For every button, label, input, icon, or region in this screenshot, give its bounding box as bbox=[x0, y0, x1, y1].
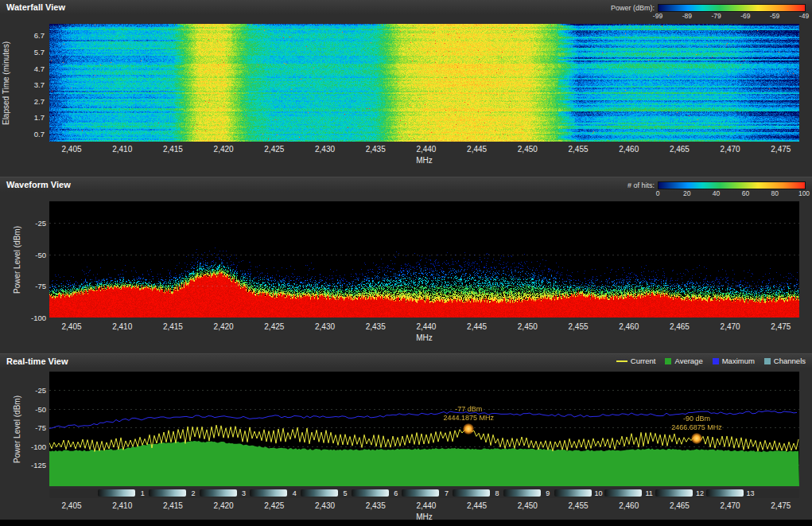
channel-strip-11[interactable] bbox=[604, 489, 642, 497]
waterfall-y-axis-label: Elapsed Time (minutes) bbox=[2, 41, 11, 124]
waterfall-y-ticks: 6.75.74.73.72.71.70.7 bbox=[22, 24, 45, 142]
x-tick-label: 2,440 bbox=[416, 501, 436, 510]
hits-colorbar bbox=[658, 181, 806, 189]
channel-number-11[interactable]: 11 bbox=[646, 489, 653, 497]
channel-strip-4[interactable] bbox=[250, 489, 287, 497]
hits-colorbar-label: # of hits: bbox=[627, 181, 655, 189]
channel-strip-7[interactable] bbox=[402, 489, 439, 497]
current-swatch bbox=[616, 360, 627, 362]
x-tick-label: 2,465 bbox=[670, 322, 690, 331]
x-tick-label: 2,465 bbox=[670, 145, 690, 154]
marker-annotation: -77 dBm 2444.1875 MHz bbox=[425, 405, 512, 423]
wifi-channel-bar: 12345678910111213 bbox=[49, 489, 799, 498]
y-tick-label: 4.7 bbox=[34, 64, 45, 72]
x-tick-label: 2,435 bbox=[366, 145, 386, 154]
colorbar-tick-label: 80 bbox=[771, 189, 778, 197]
x-tick-label: 2,475 bbox=[771, 322, 791, 331]
y-tick-label: -75 bbox=[35, 423, 46, 432]
realtime-y-ticks: -25-50-75-100-125 bbox=[24, 372, 46, 486]
x-tick-label: 2,405 bbox=[62, 322, 82, 331]
realtime-legend: CurrentAverageMaximumChannels bbox=[616, 357, 806, 365]
channel-strip-3[interactable] bbox=[200, 489, 237, 497]
x-tick-label: 2,410 bbox=[112, 501, 132, 510]
waveform-x-axis-label: MHz bbox=[49, 333, 799, 342]
channel-number-10[interactable]: 10 bbox=[594, 489, 602, 497]
realtime-y-axis: Power Level (dBm) bbox=[11, 372, 24, 486]
waveform-density-plot[interactable] bbox=[49, 201, 799, 318]
annotation-power: -90 dBm bbox=[653, 415, 740, 423]
channel-strip-5[interactable] bbox=[301, 489, 338, 497]
legend-item-channels[interactable]: Channels bbox=[764, 357, 806, 365]
y-tick-label: -100 bbox=[31, 314, 46, 322]
x-tick-label: 2,430 bbox=[315, 145, 335, 154]
x-tick-label: 2,465 bbox=[670, 501, 690, 510]
channel-strip-8[interactable] bbox=[453, 489, 490, 497]
peak-marker-dot bbox=[691, 433, 702, 444]
colorbar-tick-label: 40 bbox=[713, 189, 720, 197]
channels-swatch bbox=[764, 358, 771, 364]
colorbar-tick-label: 100 bbox=[798, 189, 810, 197]
channel-number-1[interactable]: 1 bbox=[141, 489, 145, 497]
channel-strip-6[interactable] bbox=[352, 489, 389, 497]
realtime-title: Real-time View bbox=[6, 357, 68, 366]
colorbar-tick-label: 60 bbox=[742, 189, 749, 197]
channel-strip-9[interactable] bbox=[503, 489, 541, 497]
power-colorbar-label: Power (dBm): bbox=[611, 4, 655, 12]
y-tick-label: -25 bbox=[35, 218, 46, 227]
realtime-x-ticks: 2,4052,4102,4152,4202,4252,4302,4352,440… bbox=[49, 501, 799, 511]
channel-number-13[interactable]: 13 bbox=[747, 489, 755, 497]
legend-item-average[interactable]: Average bbox=[665, 357, 702, 365]
channel-number-12[interactable]: 12 bbox=[696, 489, 704, 497]
colorbar-tick-label: -99 bbox=[653, 12, 662, 20]
channel-number-9[interactable]: 9 bbox=[546, 489, 550, 497]
channel-strip-10[interactable] bbox=[554, 489, 592, 497]
annotation-frequency: 2466.6875 MHz bbox=[653, 423, 740, 432]
y-tick-label: 0.7 bbox=[34, 129, 45, 138]
x-tick-label: 2,440 bbox=[416, 145, 436, 154]
x-tick-label: 2,475 bbox=[771, 501, 791, 510]
colorbar-tick-label: -79 bbox=[711, 12, 721, 20]
legend-item-current[interactable]: Current bbox=[616, 357, 656, 365]
x-tick-label: 2,420 bbox=[214, 145, 234, 154]
legend-item-maximum[interactable]: Maximum bbox=[713, 357, 755, 365]
x-tick-label: 2,405 bbox=[62, 145, 82, 154]
waveform-y-axis: Power Level (dBm) bbox=[11, 201, 24, 318]
x-tick-label: 2,460 bbox=[619, 145, 639, 154]
y-tick-label: -25 bbox=[35, 386, 46, 395]
channel-number-3[interactable]: 3 bbox=[242, 489, 246, 497]
x-tick-label: 2,430 bbox=[315, 501, 335, 510]
y-tick-label: 1.7 bbox=[34, 113, 45, 122]
y-tick-label: -75 bbox=[35, 282, 46, 290]
waveform-title: Waveform View bbox=[6, 180, 71, 189]
channel-strip-2[interactable] bbox=[149, 489, 186, 497]
channel-strip-13[interactable] bbox=[706, 489, 744, 497]
colorbar-tick-label: -59 bbox=[770, 12, 779, 20]
legend-label: Current bbox=[631, 357, 656, 365]
x-tick-label: 2,420 bbox=[214, 322, 234, 331]
x-tick-label: 2,445 bbox=[467, 501, 487, 510]
waterfall-x-ticks: 2,4052,4102,4152,4202,4252,4302,4352,440… bbox=[49, 145, 799, 154]
channel-strip-1[interactable] bbox=[98, 489, 135, 497]
y-tick-label: 6.7 bbox=[34, 31, 45, 40]
x-tick-label: 2,405 bbox=[62, 501, 82, 510]
x-tick-label: 2,445 bbox=[467, 322, 487, 331]
waveform-panel: Waveform View # of hits: 020406080100 Po… bbox=[0, 177, 812, 354]
channel-strip-12[interactable] bbox=[655, 489, 693, 497]
channel-number-8[interactable]: 8 bbox=[495, 489, 499, 497]
x-tick-label: 2,430 bbox=[315, 322, 335, 331]
annotation-frequency: 2444.1875 MHz bbox=[425, 414, 512, 423]
channel-number-2[interactable]: 2 bbox=[191, 489, 195, 497]
channel-number-6[interactable]: 6 bbox=[394, 489, 398, 497]
channel-number-5[interactable]: 5 bbox=[343, 489, 347, 497]
hits-colorbar-ticks: 020406080100 bbox=[658, 189, 806, 197]
power-colorbar-ticks: -99-89-79-69-59-49 bbox=[658, 12, 806, 20]
x-tick-label: 2,415 bbox=[163, 145, 183, 154]
legend-label: Maximum bbox=[722, 357, 755, 365]
channel-number-7[interactable]: 7 bbox=[445, 489, 449, 497]
x-tick-label: 2,425 bbox=[264, 322, 284, 331]
channel-number-4[interactable]: 4 bbox=[293, 489, 297, 497]
y-tick-label: -125 bbox=[31, 460, 46, 469]
waterfall-heatmap[interactable] bbox=[49, 24, 799, 142]
x-tick-label: 2,415 bbox=[163, 501, 183, 510]
maximum-swatch bbox=[713, 358, 719, 364]
